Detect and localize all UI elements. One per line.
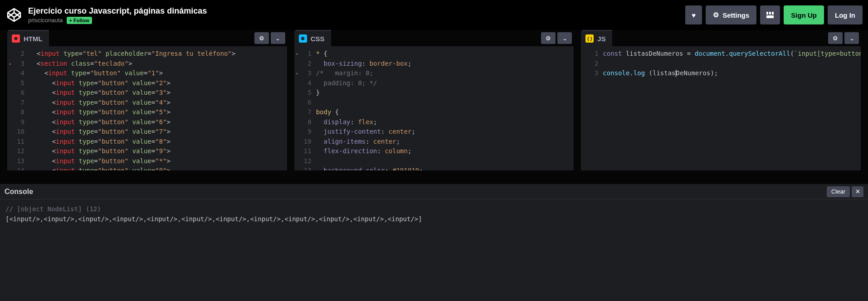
js-tab[interactable]: ( ) JS <box>581 30 612 46</box>
console-header: Console Clear ✕ <box>0 184 868 199</box>
html-tab[interactable]: ❖ HTML <box>7 30 49 46</box>
close-icon: ✕ <box>855 188 860 195</box>
header-buttons: ♥ ⚙ Settings Sign Up Log In <box>685 5 863 24</box>
css-settings-button[interactable]: ⚙ <box>541 32 556 44</box>
app-header: Ejercício curso Javascript, páginas diná… <box>0 0 868 30</box>
css-editor-header: ✱ CSS ⚙ ⌄ <box>294 30 574 46</box>
css-editor: ✱ CSS ⚙ ⌄ 1▸23▸45678910111213 * { box-si… <box>294 30 574 170</box>
css-code-area[interactable]: 1▸23▸45678910111213 * { box-sizing: bord… <box>294 46 574 170</box>
css-badge-icon: ✱ <box>299 34 307 43</box>
plus-icon: + <box>69 18 72 23</box>
html-code[interactable]: <input type="tel" placeholder="Ingresa t… <box>29 49 287 170</box>
css-label: CSS <box>311 35 325 43</box>
console-title: Console <box>5 188 33 196</box>
console-log-line: [<input/>,<input/>,<input/>,<input/>,<in… <box>5 214 863 224</box>
output-divider[interactable] <box>0 170 868 184</box>
svg-rect-1 <box>769 12 771 15</box>
chevron-down-icon: ⌄ <box>275 35 280 42</box>
layout-button[interactable] <box>760 5 780 24</box>
layout-icon <box>766 12 774 18</box>
title-area: Ejercício curso Javascript, páginas diná… <box>28 6 685 24</box>
chevron-down-icon: ⌄ <box>849 35 854 42</box>
js-editor: ( ) JS ⚙ ⌄ 123 const listasDeNumeros = d… <box>581 30 861 170</box>
signup-button[interactable]: Sign Up <box>784 5 824 24</box>
console-log-header: // [object NodeList] (12) <box>5 204 863 214</box>
console-body[interactable]: // [object NodeList] (12) [<input/>,<inp… <box>0 199 868 228</box>
svg-rect-3 <box>766 15 774 18</box>
console-clear-button[interactable]: Clear <box>827 186 850 197</box>
codepen-logo-icon[interactable] <box>5 6 23 24</box>
gear-icon: ⚙ <box>546 35 551 42</box>
console-panel: Console Clear ✕ // [object NodeList] (12… <box>0 184 868 301</box>
js-code[interactable]: const listasDeNumeros = document.querySe… <box>603 49 861 170</box>
html-editor-header: ❖ HTML ⚙ ⌄ <box>7 30 287 46</box>
js-dropdown-button[interactable]: ⌄ <box>844 32 859 44</box>
follow-button[interactable]: + Follow <box>67 17 92 24</box>
css-tab[interactable]: ✱ CSS <box>294 30 331 46</box>
console-close-button[interactable]: ✕ <box>852 186 863 197</box>
html-label: HTML <box>24 35 43 43</box>
pen-title[interactable]: Ejercício curso Javascript, páginas diná… <box>28 6 685 16</box>
settings-button[interactable]: ⚙ Settings <box>706 5 756 24</box>
author-name[interactable]: prisciconauta <box>28 17 63 24</box>
heart-button[interactable]: ♥ <box>685 5 702 24</box>
follow-label: Follow <box>73 18 89 23</box>
svg-rect-2 <box>772 12 774 15</box>
js-settings-button[interactable]: ⚙ <box>828 32 843 44</box>
js-code-area[interactable]: 123 const listasDeNumeros = document.que… <box>581 46 861 170</box>
settings-label: Settings <box>722 11 749 19</box>
js-gutter: 123 <box>581 49 603 170</box>
html-badge-icon: ❖ <box>12 34 20 43</box>
js-badge-icon: ( ) <box>585 34 594 43</box>
css-gutter: 1▸23▸45678910111213 <box>294 49 316 170</box>
html-dropdown-button[interactable]: ⌄ <box>271 32 285 44</box>
editors-row: ❖ HTML ⚙ ⌄ 23▸4567891011121314 <input ty… <box>0 30 868 170</box>
js-editor-header: ( ) JS ⚙ ⌄ <box>581 30 861 46</box>
html-gutter: 23▸4567891011121314 <box>7 49 29 170</box>
gear-icon: ⚙ <box>713 11 719 19</box>
css-dropdown-button[interactable]: ⌄ <box>557 32 572 44</box>
gear-icon: ⚙ <box>833 35 838 42</box>
login-button[interactable]: Log In <box>828 5 863 24</box>
css-code[interactable]: * { box-sizing: border-box;/* margin: 0;… <box>316 49 574 170</box>
gear-icon: ⚙ <box>259 35 264 42</box>
chevron-down-icon: ⌄ <box>562 35 567 42</box>
html-editor: ❖ HTML ⚙ ⌄ 23▸4567891011121314 <input ty… <box>7 30 287 170</box>
html-code-area[interactable]: 23▸4567891011121314 <input type="tel" pl… <box>7 46 287 170</box>
svg-rect-0 <box>766 12 768 15</box>
heart-icon: ♥ <box>692 11 696 19</box>
js-label: JS <box>597 35 605 43</box>
html-settings-button[interactable]: ⚙ <box>254 32 269 44</box>
